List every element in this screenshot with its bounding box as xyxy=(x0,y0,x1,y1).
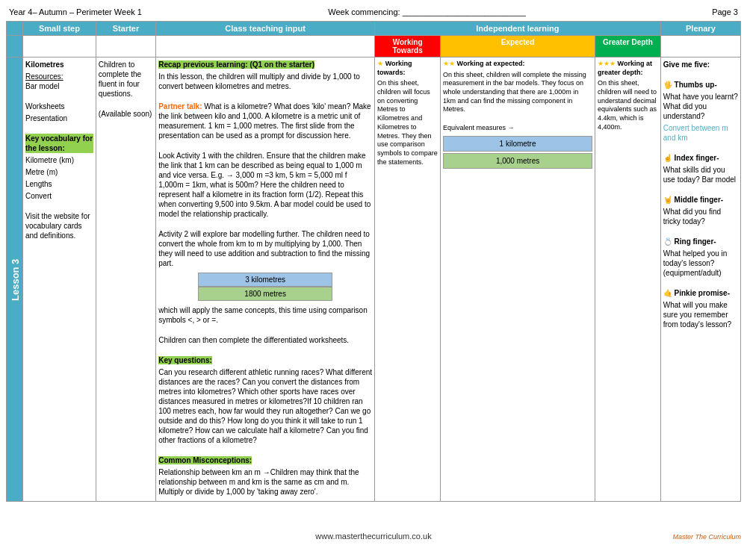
convert-text: Convert between m and km xyxy=(663,123,738,143)
index-label: Index finger- xyxy=(675,154,719,162)
lesson-label: Lesson 3 xyxy=(7,57,23,502)
plenary-cell: Give me five: 🖐 Thumbs up- What have you… xyxy=(660,57,740,502)
presentation: Presentation xyxy=(25,113,93,123)
pinkie-text: What will you make sure you remember fro… xyxy=(663,300,738,329)
resources-value: Bar model xyxy=(25,82,60,90)
vocab-lengths: Lengths xyxy=(25,179,93,189)
pinkie-label: Pinkie promise- xyxy=(675,289,730,297)
col-plenary: Plenary xyxy=(660,22,740,36)
middle-label: Middle finger- xyxy=(675,196,724,204)
thumb-icon: 🖐 xyxy=(663,81,672,89)
key-q-label: Key questions: xyxy=(158,356,212,364)
vocab-convert: Convert xyxy=(25,191,93,201)
col-class-teaching: Class teaching input xyxy=(156,22,375,36)
header-row: Year 4– Autumn – Perimeter Week 1 Week c… xyxy=(6,6,741,18)
recap-label: Recap previous learning: (Q1 on the star… xyxy=(158,60,314,69)
bar-top: 3 kilometres xyxy=(198,273,332,287)
main-table: Small step Starter Class teaching input … xyxy=(6,21,741,502)
small-step-cell: Kilometres Resources: Bar model Workshee… xyxy=(23,57,96,502)
thumb-label: Thumbs up- xyxy=(675,81,717,89)
starter-available: (Available soon) xyxy=(99,109,153,119)
middle-text: What did you find tricky today? xyxy=(663,207,738,226)
visit-text: Visit the website for vocabulary cards a… xyxy=(25,211,93,240)
ring-text: What helped you in today's lesson? (equi… xyxy=(663,249,738,278)
eq-bar-top: 1 kilometre xyxy=(443,136,592,152)
bar-model: 3 kilometres 1800 metres xyxy=(198,273,332,301)
gd-text: On this sheet, children will need to und… xyxy=(598,79,658,131)
col-expected: Expected xyxy=(441,36,595,57)
activity2-text: Activity 2 will explore bar modelling fu… xyxy=(158,229,372,268)
thumb-text: What have you learnt? What did you under… xyxy=(663,92,738,121)
wt-star: ★ xyxy=(377,60,383,67)
vocab-label: Key vocabulary for the lesson: xyxy=(25,134,93,153)
exp-title: Working at expected: xyxy=(457,60,525,67)
pinkie-icon: 🤙 xyxy=(663,289,672,297)
wt-text: On this sheet, children will focus on co… xyxy=(377,79,438,167)
index-text: What skills did you use today? Bar model xyxy=(663,165,738,184)
col-starter: Starter xyxy=(96,22,155,36)
gd-stars: ★★★ xyxy=(598,60,616,67)
working-towards-cell: ★ Working towards: On this sheet, childr… xyxy=(375,57,441,502)
resources-label: Resources: xyxy=(25,72,63,81)
eq-label: Equivalent measures → xyxy=(443,124,592,133)
index-icon: ☝ xyxy=(663,154,672,162)
starter-text: Children to complete the fluent in four … xyxy=(99,60,153,99)
col-small-step: Small step xyxy=(23,22,96,36)
expected-cell: ★★ Working at expected: On this sheet, c… xyxy=(441,57,595,502)
small-step-title: Kilometres xyxy=(25,60,93,69)
misconceptions-text: Relationship between km an m →Children m… xyxy=(158,467,372,497)
worksheets: Worksheets xyxy=(25,102,93,111)
key-q-text: Can you research different athletic runn… xyxy=(158,367,372,445)
give-five: Give me five: xyxy=(663,60,738,69)
recap-text: In this lesson, the children will multip… xyxy=(158,72,372,91)
starter-cell: Children to complete the fluent in four … xyxy=(96,57,155,502)
middle-icon: 🤘 xyxy=(663,196,672,204)
bar-bottom: 1800 metres xyxy=(198,287,332,301)
activity1-text: Look Activity 1 with the children. Ensur… xyxy=(158,151,372,219)
header-left: Year 4– Autumn – Perimeter Week 1 xyxy=(9,7,142,16)
footer-url: www.masterthecurriculum.co.uk xyxy=(312,529,434,544)
vocab-m: Metre (m) xyxy=(25,167,93,177)
page-wrapper: Year 4– Autumn – Perimeter Week 1 Week c… xyxy=(0,0,747,547)
class-teaching-cell: Recap previous learning: (Q1 on the star… xyxy=(156,57,375,502)
col-independent: Independent learning xyxy=(375,22,661,36)
exp-stars: ★★ xyxy=(443,60,455,67)
misconceptions-label: Common Misconceptions: xyxy=(158,456,252,464)
eq-bar-bottom: 1,000 metres xyxy=(443,153,592,169)
children-then: Children can then complete the different… xyxy=(158,335,372,345)
footer-logo: Master The Curriculum xyxy=(672,533,741,541)
ring-label: Ring finger- xyxy=(675,237,716,246)
header-right: Page 3 xyxy=(712,7,738,16)
header-middle: Week commencing: _______________________… xyxy=(328,7,526,16)
exp-text: On this sheet, children will complete th… xyxy=(443,71,592,114)
ring-icon: 💍 xyxy=(663,237,672,246)
partner-label: Partner talk: xyxy=(158,102,202,111)
col-working-towards: Working Towards xyxy=(375,36,441,57)
wt-title: Working towards: xyxy=(377,60,412,76)
col-greater-depth: Greater Depth xyxy=(595,36,661,57)
vocab-km: Kilometre (km) xyxy=(25,155,93,165)
after-bar-text: which will apply the same concepts, this… xyxy=(158,305,372,325)
greater-depth-cell: ★★★ Working at greater depth: On this sh… xyxy=(595,57,661,502)
eq-bar-model: 1 kilometre 1,000 metres xyxy=(443,136,592,169)
